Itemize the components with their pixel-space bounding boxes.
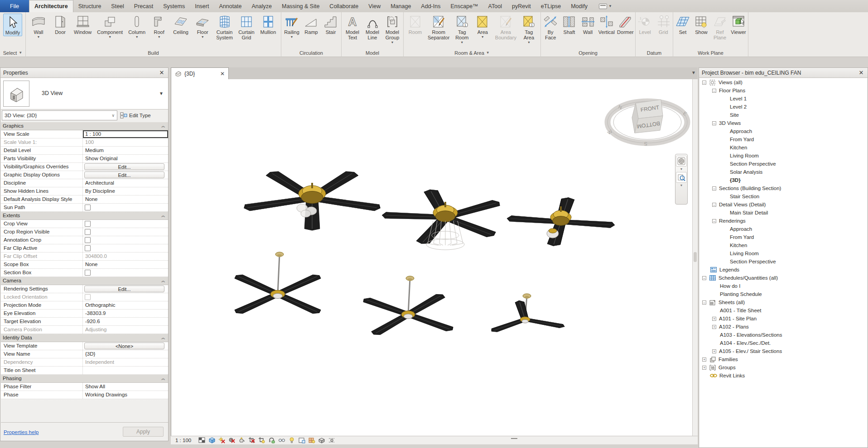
panel-title-select[interactable]: Select▼: [0, 48, 25, 57]
menu-tab-architecture[interactable]: Architecture: [29, 0, 73, 12]
tree-item-renderings[interactable]: –Renderings: [699, 217, 867, 225]
property-value[interactable]: [83, 204, 168, 211]
file-menu-button[interactable]: File: [0, 0, 29, 12]
property-value[interactable]: [83, 244, 168, 252]
collapse-icon[interactable]: –: [712, 203, 716, 207]
property-value[interactable]: Edit...: [83, 163, 168, 171]
tree-item-section-perspective[interactable]: Section Perspective: [699, 160, 867, 168]
column-button[interactable]: Column▼: [127, 14, 146, 39]
properties-help-link[interactable]: Properties help: [4, 429, 39, 435]
tree-item-a103-elevations-sections[interactable]: A103 - Elevations/Sections: [699, 331, 867, 339]
menu-tab-pyrevit[interactable]: pyRevit: [507, 0, 536, 12]
shadows-icon[interactable]: [228, 437, 236, 444]
panel-title-room-area[interactable]: Room & Area▼: [404, 48, 540, 57]
property-value[interactable]: Show All: [83, 383, 168, 391]
checkbox[interactable]: [85, 229, 91, 235]
model-text-button[interactable]: AModel Text: [343, 14, 362, 41]
model-group-button[interactable]: Model Group▼: [383, 14, 401, 44]
tree-item-planting-schedule[interactable]: Planting Schedule: [699, 290, 867, 298]
temporary-view-properties-icon[interactable]: [298, 437, 305, 444]
rendering-dialog-icon[interactable]: [238, 437, 246, 444]
detail-level-icon[interactable]: [208, 437, 216, 444]
chevron-down-icon[interactable]: ▼: [527, 41, 530, 44]
expand-icon[interactable]: +: [702, 357, 706, 362]
type-selector[interactable]: 3D View ▼: [1, 78, 168, 110]
menu-tab-annotate[interactable]: Annotate: [214, 0, 246, 12]
chevron-down-icon[interactable]: ▼: [135, 35, 139, 38]
window-button[interactable]: Window: [73, 14, 92, 35]
tree-item-revit-links[interactable]: Revit Links: [699, 372, 867, 380]
by-face-button[interactable]: By Face: [541, 14, 559, 41]
set-button[interactable]: Set: [674, 14, 692, 35]
dormer-button[interactable]: Dormer: [616, 14, 635, 35]
wall-button[interactable]: Wall▼: [29, 14, 48, 39]
model-line-button[interactable]: Model Line: [363, 14, 381, 41]
checkbox[interactable]: [85, 205, 91, 210]
property-value[interactable]: -38303.9: [83, 310, 168, 317]
tree-item-sections-building-section-[interactable]: –Sections (Building Section): [699, 184, 867, 192]
tree-item-schedules-quantities-all-[interactable]: –Schedules/Quantities (all): [699, 274, 867, 282]
ramp-button[interactable]: Ramp: [302, 14, 320, 35]
expand-icon[interactable]: +: [702, 366, 706, 370]
drawing-area[interactable]: W E S N FRONT BOTTOM: [171, 79, 692, 436]
component-button[interactable]: Component▼: [96, 14, 124, 39]
tree-item-views-all-[interactable]: –Views (all): [699, 78, 867, 86]
ceiling-button[interactable]: Ceiling: [172, 14, 190, 35]
collapse-icon[interactable]: –: [702, 81, 706, 85]
tree-item--3d-[interactable]: {3D}: [699, 176, 867, 184]
tree-item-how-do-i[interactable]: How do I: [699, 282, 867, 290]
property-value[interactable]: Show Original: [83, 155, 168, 162]
zoom-tool-button[interactable]: [676, 172, 687, 183]
section-header-graphics[interactable]: Graphics︽: [1, 122, 168, 130]
edit-type-button[interactable]: Edit Type: [120, 112, 151, 119]
floor-button[interactable]: Floor▼: [193, 14, 212, 39]
menu-tab-etlipse[interactable]: eTLipse: [536, 0, 566, 12]
collapse-icon[interactable]: –: [712, 219, 716, 223]
chevron-down-icon[interactable]: ▼: [201, 35, 204, 38]
collapse-chevron-icon[interactable]: ︽: [161, 375, 168, 382]
stair-button[interactable]: Stair: [322, 14, 340, 35]
tree-item-a105-elev-stair-sections[interactable]: +A105 - Elev./ Stair Sections: [699, 347, 867, 355]
checkbox[interactable]: [85, 237, 91, 243]
roof-button[interactable]: Roof▼: [150, 14, 168, 39]
view-scale-button[interactable]: 1 : 100: [175, 438, 191, 443]
tree-item-living-room[interactable]: Living Room: [699, 152, 867, 160]
curtain-system-button[interactable]: Curtain System: [215, 14, 234, 41]
tree-item-stair-section[interactable]: Stair Section: [699, 192, 867, 200]
tree-item-3d-views[interactable]: –3D Views: [699, 119, 867, 127]
reveal-constraints-icon[interactable]: [328, 437, 335, 444]
collapse-icon[interactable]: –: [702, 276, 706, 280]
locked-view-icon[interactable]: [268, 437, 275, 444]
menu-tab-structure[interactable]: Structure: [73, 0, 106, 12]
value-button[interactable]: <None>: [84, 343, 164, 349]
temporary-hide-isolate-icon[interactable]: [278, 437, 285, 444]
canvas-scrollbar[interactable]: [692, 79, 698, 436]
tree-item-groups[interactable]: +Groups: [699, 363, 867, 372]
chevron-down-icon[interactable]: ▼: [108, 35, 111, 38]
visual-style-icon[interactable]: [198, 437, 206, 444]
menu-tab-enscape-[interactable]: Enscape™: [445, 0, 483, 12]
chevron-down-icon[interactable]: ▼: [158, 35, 161, 38]
show-button[interactable]: Show: [692, 14, 710, 35]
scrollbar-handle[interactable]: [694, 252, 697, 262]
property-value[interactable]: [83, 269, 168, 276]
chevron-down-icon[interactable]: ▼: [481, 35, 484, 38]
collapse-icon[interactable]: –: [712, 186, 716, 191]
property-value[interactable]: Edit...: [83, 285, 168, 293]
wall-button[interactable]: Wall: [579, 14, 597, 35]
room-separator-button[interactable]: Room Separator: [427, 14, 450, 41]
tree-item-from-yard[interactable]: From Yard: [699, 135, 867, 143]
close-icon[interactable]: ✕: [858, 69, 865, 76]
tag-room-button[interactable]: 1Tag Room▼: [453, 14, 471, 44]
section-header-extents[interactable]: Extents︽: [1, 212, 168, 220]
full-navigation-wheel-button[interactable]: [676, 156, 687, 167]
displacement-sets-icon[interactable]: [318, 437, 325, 444]
checkbox[interactable]: [85, 245, 91, 251]
view-list-dropdown-icon[interactable]: ▼: [691, 70, 696, 75]
crop-view-icon[interactable]: [248, 437, 256, 444]
tree-item-kitchen[interactable]: Kitchen: [699, 241, 867, 249]
property-value[interactable]: Architectural: [83, 179, 168, 187]
property-value[interactable]: {3D}: [83, 350, 168, 358]
type-select-combo[interactable]: 3D View: {3D} ∨: [2, 110, 117, 120]
property-value[interactable]: <None>: [83, 342, 168, 350]
